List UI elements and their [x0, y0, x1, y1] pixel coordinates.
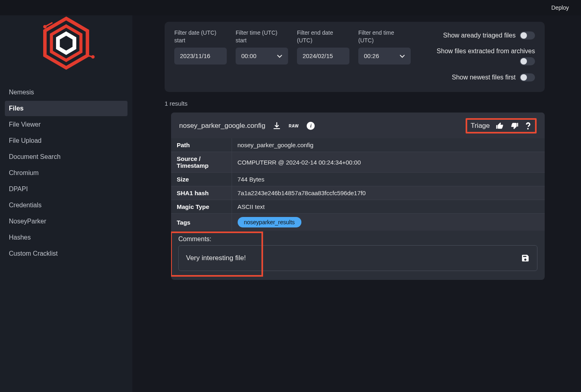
- toggle-triaged[interactable]: [520, 31, 535, 40]
- comments-label: Comments:: [178, 236, 537, 243]
- filter-time-start: Filter time (UTC) start 00:00: [236, 29, 288, 81]
- row-val-magic: ASCII text: [232, 200, 545, 214]
- thumbs-up-icon[interactable]: [495, 121, 504, 130]
- sidebar-item-file-viewer[interactable]: File Viewer: [5, 117, 127, 132]
- triage-controls: Triage: [466, 118, 537, 133]
- table-row: Source / Timestamp COMPUTERR @ 2024-02-1…: [171, 152, 545, 173]
- table-row: Path nosey_parker_google.config: [171, 138, 545, 152]
- sidebar-item-credentials[interactable]: Credentials: [5, 198, 127, 213]
- tag-chip[interactable]: noseyparker_results: [238, 217, 301, 227]
- sidebar-item-custom-cracklist[interactable]: Custom Cracklist: [5, 246, 127, 261]
- file-name: nosey_parker_google.config: [179, 122, 265, 130]
- triage-label: Triage: [470, 122, 490, 130]
- toggle-row-archives: Show files extracted from archives: [437, 48, 535, 65]
- filter-date-start-label: Filter date (UTC) start: [174, 29, 227, 44]
- filters-panel: Filter date (UTC) start 2023/11/16 Filte…: [165, 22, 545, 92]
- row-key-magic: Magic Type: [171, 200, 232, 214]
- file-card-header: nosey_parker_google.config RAW i Triage: [171, 113, 545, 138]
- row-key-size: Size: [171, 173, 232, 186]
- row-val-tags: noseyparker_results: [232, 214, 545, 231]
- comments-input[interactable]: Very interesting file!: [178, 245, 537, 271]
- toggle-row-triaged: Show aready triaged files: [443, 31, 535, 40]
- filter-time-end-value: 00:26: [364, 52, 379, 59]
- deploy-button[interactable]: Deploy: [548, 3, 572, 13]
- filter-time-start-label: Filter time (UTC) start: [236, 29, 288, 44]
- sidebar-item-file-upload[interactable]: File Upload: [5, 133, 127, 148]
- download-icon[interactable]: [273, 122, 281, 130]
- row-val-sha1: 7a1a2243e246b14857a78caa83fccfc596de17f0: [232, 186, 545, 200]
- main-content: Filter date (UTC) start 2023/11/16 Filte…: [132, 15, 581, 392]
- toggle-label-triaged: Show aready triaged files: [443, 32, 516, 39]
- app-logo: [0, 4, 132, 85]
- toggle-label-archives: Show files extracted from archives: [437, 48, 535, 55]
- sidebar-item-document-search[interactable]: Document Search: [5, 149, 127, 165]
- filter-date-end: Filter end date (UTC) 2024/02/15: [297, 29, 349, 81]
- filter-date-end-label: Filter end date (UTC): [297, 29, 349, 44]
- table-row: Tags noseyparker_results: [171, 214, 545, 231]
- sidebar-nav: Nemesis Files File Viewer File Upload Do…: [0, 85, 132, 261]
- filter-date-start: Filter date (UTC) start 2023/11/16: [174, 29, 227, 81]
- filter-time-end-label: Filter end time (UTC): [358, 29, 411, 44]
- row-val-path: nosey_parker_google.config: [232, 138, 545, 152]
- svg-marker-2: [58, 33, 75, 53]
- help-icon[interactable]: [525, 121, 532, 130]
- sidebar-item-noseyparker[interactable]: NoseyParker: [5, 214, 127, 229]
- toggle-label-newest: Show newest files first: [452, 74, 516, 81]
- sidebar-item-hashes[interactable]: Hashes: [5, 230, 127, 245]
- row-val-source: COMPUTERR @ 2024-02-14 00:24:34+00:00: [232, 152, 545, 173]
- filter-time-end: Filter end time (UTC) 00:26: [358, 29, 411, 81]
- row-key-source: Source / Timestamp: [171, 152, 232, 173]
- raw-button[interactable]: RAW: [288, 123, 300, 129]
- row-val-size: 744 Bytes: [232, 173, 545, 186]
- filter-date-start-input[interactable]: 2023/11/16: [174, 48, 227, 65]
- toggle-newest[interactable]: [520, 73, 535, 81]
- topbar: Deploy: [0, 0, 581, 15]
- chevron-down-icon: [399, 53, 405, 59]
- results-count: 1 results: [165, 100, 545, 107]
- filter-time-end-select[interactable]: 00:26: [358, 48, 411, 65]
- filters-left: Filter date (UTC) start 2023/11/16 Filte…: [174, 29, 411, 81]
- comments-section: Comments: Very interesting file!: [171, 231, 545, 280]
- sidebar-item-chromium[interactable]: Chromium: [5, 165, 127, 181]
- table-row: SHA1 hash 7a1a2243e246b14857a78caa83fccf…: [171, 186, 545, 200]
- row-key-tags: Tags: [171, 214, 232, 231]
- svg-marker-1: [51, 26, 81, 60]
- filter-date-end-input[interactable]: 2024/02/15: [297, 48, 349, 65]
- file-header-left: nosey_parker_google.config RAW i: [179, 122, 315, 130]
- sidebar-item-files[interactable]: Files: [5, 101, 127, 116]
- filters-right: Show aready triaged files Show files ext…: [430, 29, 535, 81]
- table-row: Size 744 Bytes: [171, 173, 545, 186]
- toggle-row-newest: Show newest files first: [452, 73, 535, 81]
- row-key-sha1: SHA1 hash: [171, 186, 232, 200]
- sidebar-item-dpapi[interactable]: DPAPI: [5, 181, 127, 197]
- comments-text: Very interesting file!: [186, 254, 246, 262]
- save-icon[interactable]: [521, 254, 530, 263]
- thumbs-down-icon[interactable]: [510, 121, 519, 130]
- chevron-down-icon: [277, 53, 282, 59]
- file-card: nosey_parker_google.config RAW i Triage: [171, 113, 545, 280]
- filter-time-start-select[interactable]: 00:00: [236, 48, 288, 65]
- toggle-archives[interactable]: [520, 57, 535, 65]
- file-detail-table: Path nosey_parker_google.config Source /…: [171, 138, 545, 231]
- filter-time-start-value: 00:00: [241, 52, 257, 59]
- table-row: Magic Type ASCII text: [171, 200, 545, 214]
- sidebar-item-nemesis[interactable]: Nemesis: [5, 85, 127, 100]
- row-key-path: Path: [171, 138, 232, 152]
- info-icon[interactable]: i: [307, 122, 315, 130]
- sidebar: Nemesis Files File Viewer File Upload Do…: [0, 0, 132, 392]
